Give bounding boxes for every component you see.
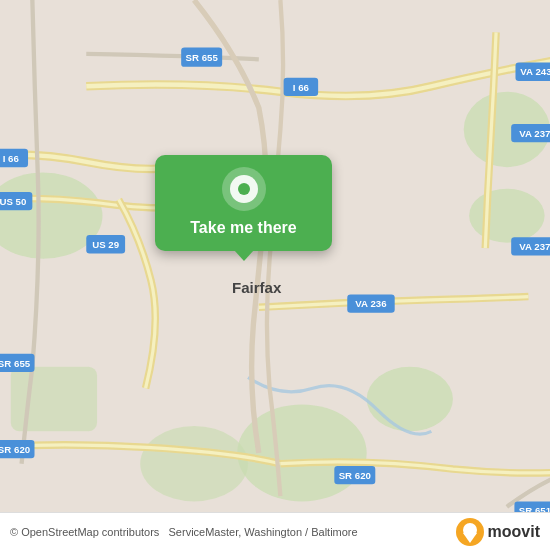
- svg-point-3: [469, 189, 544, 243]
- attribution-text: © OpenStreetMap contributors ServiceMast…: [10, 526, 358, 538]
- svg-point-5: [367, 367, 453, 432]
- moovit-brand: moovit: [488, 523, 540, 541]
- svg-text:SR 655: SR 655: [0, 358, 31, 369]
- svg-rect-6: [11, 367, 97, 432]
- location-pin-icon: [222, 167, 266, 211]
- cta-button[interactable]: Take me there: [169, 219, 318, 237]
- svg-text:VA 237: VA 237: [519, 128, 550, 139]
- svg-text:US 29: US 29: [92, 239, 120, 250]
- popup-card: Take me there: [155, 155, 332, 251]
- svg-text:VA 243: VA 243: [520, 66, 550, 77]
- svg-text:Fairfax: Fairfax: [232, 279, 282, 296]
- moovit-logo: moovit: [456, 518, 540, 546]
- bottom-bar: © OpenStreetMap contributors ServiceMast…: [0, 512, 550, 550]
- moovit-icon: [456, 518, 484, 546]
- svg-text:VA 236: VA 236: [355, 298, 387, 309]
- svg-text:I 66: I 66: [3, 153, 20, 164]
- svg-text:SR 620: SR 620: [0, 444, 30, 455]
- svg-text:I 66: I 66: [293, 82, 310, 93]
- svg-text:US 50: US 50: [0, 196, 26, 207]
- svg-point-7: [140, 426, 248, 501]
- map-container: SR 655 I 66 VA 243 I 66 US 50 VA 237 VA …: [0, 0, 550, 550]
- svg-text:SR 620: SR 620: [339, 470, 371, 481]
- svg-text:VA 237: VA 237: [519, 241, 550, 252]
- svg-text:SR 655: SR 655: [186, 52, 219, 63]
